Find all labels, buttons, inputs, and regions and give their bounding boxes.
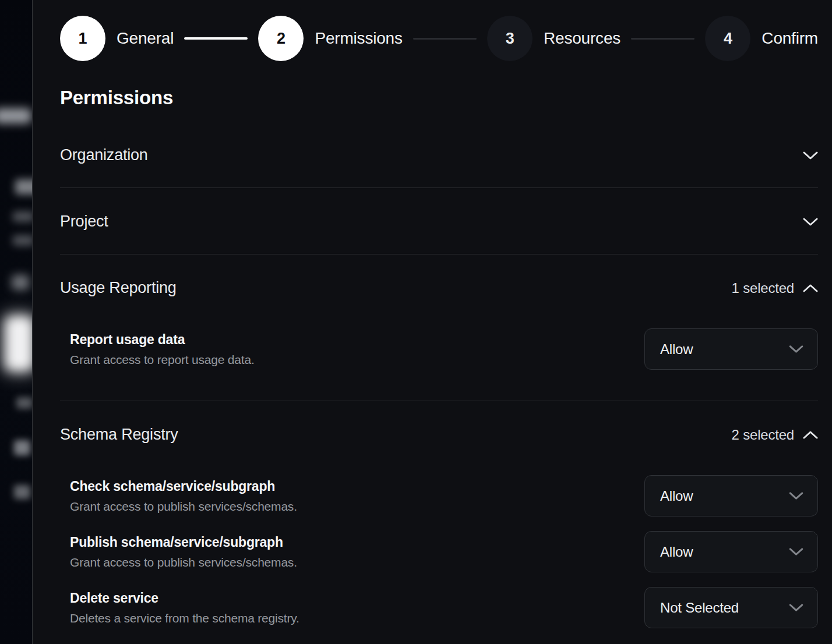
permission-row: Check schema/service/subgraph Grant acce… (60, 475, 818, 516)
step-number: 4 (724, 30, 732, 48)
step-label: Permissions (315, 29, 402, 48)
section-meta: 2 selected (732, 427, 818, 443)
permission-text: Publish schema/service/subgraph Grant ac… (70, 535, 297, 569)
permission-select[interactable]: Allow (644, 531, 818, 572)
permission-title: Report usage data (70, 332, 255, 348)
permission-text: Delete service Deletes a service from th… (70, 590, 299, 625)
permission-description: Grant access to publish services/schemas… (70, 500, 297, 514)
section-meta (803, 151, 818, 160)
section-header[interactable]: Organization (60, 122, 818, 187)
section-rows: Report usage data Grant access to report… (60, 297, 818, 401)
wizard-stepper: 1 General 2 Permissions 3 Resources 4 Co… (60, 16, 818, 61)
chevron-down-icon (789, 548, 803, 555)
permission-row: Report usage data Grant access to report… (60, 328, 818, 370)
select-value: Allow (660, 488, 693, 504)
permission-text: Report usage data Grant access to report… (70, 332, 255, 367)
step-number-badge: 4 (705, 16, 750, 61)
step-number: 2 (277, 30, 285, 48)
blurred-blob (16, 397, 32, 409)
section-meta: 1 selected (732, 280, 818, 296)
blurred-blob (14, 440, 30, 455)
section-rows: Check schema/service/subgraph Grant acce… (60, 444, 818, 644)
chevron-down-icon (789, 492, 803, 500)
permission-select[interactable]: Allow (644, 475, 818, 516)
chevron-up-icon[interactable] (803, 284, 818, 292)
step-number: 3 (506, 30, 514, 48)
section-header[interactable]: Usage Reporting 1 selected (60, 254, 818, 297)
step-label: Confirm (762, 29, 818, 48)
chevron-down-icon[interactable] (803, 218, 818, 226)
permission-title: Publish schema/service/subgraph (70, 535, 297, 550)
blurred-blob (15, 179, 32, 194)
step-number: 1 (79, 30, 87, 48)
select-value: Not Selected (660, 600, 739, 616)
section-title: Usage Reporting (60, 279, 177, 297)
blurred-blob (13, 235, 32, 246)
permission-section: Project (60, 188, 818, 254)
wizard-panel: 1 General 2 Permissions 3 Resources 4 Co… (32, 0, 832, 644)
chevron-down-icon[interactable] (803, 151, 818, 160)
select-value: Allow (660, 544, 693, 560)
blurred-blob (13, 211, 32, 222)
section-title: Project (60, 213, 108, 231)
stepper-step[interactable]: 2 Permissions (258, 16, 402, 61)
chevron-down-icon (789, 345, 803, 353)
step-connector (631, 38, 694, 40)
blurred-blob (5, 316, 32, 371)
stepper-step[interactable]: 1 General (60, 16, 174, 61)
permission-select[interactable]: Not Selected (644, 587, 818, 628)
step-connector (184, 37, 248, 40)
permission-description: Grant access to report usage data. (70, 353, 255, 367)
stepper-step[interactable]: 4 Confirm (705, 16, 818, 61)
permission-section: Schema Registry 2 selected Check schema/… (60, 401, 818, 644)
step-label: General (117, 29, 174, 48)
permission-description: Deletes a service from the schema regist… (70, 611, 299, 625)
permission-description: Grant access to publish services/schemas… (70, 555, 297, 569)
permission-section: Organization (60, 122, 818, 188)
step-connector (413, 38, 477, 40)
section-title: Schema Registry (60, 426, 178, 444)
blurred-blob (0, 108, 31, 123)
chevron-down-icon (789, 604, 803, 611)
step-number-badge: 1 (60, 16, 105, 61)
select-value: Allow (660, 341, 693, 358)
section-title: Organization (60, 146, 148, 164)
permission-section: Usage Reporting 1 selected Report usage … (60, 254, 818, 401)
background-page-strip (0, 0, 32, 644)
page-title: Permissions (60, 87, 818, 109)
section-header[interactable]: Schema Registry 2 selected (60, 401, 818, 444)
blurred-blob (14, 485, 30, 499)
chevron-up-icon[interactable] (803, 431, 818, 439)
permission-title: Delete service (70, 590, 299, 606)
permission-row: Delete service Deletes a service from th… (60, 587, 818, 628)
blurred-blob (12, 275, 29, 290)
step-number-badge: 2 (258, 16, 304, 61)
selected-count: 2 selected (732, 427, 794, 443)
permission-text: Check schema/service/subgraph Grant acce… (70, 479, 297, 514)
step-label: Resources (544, 29, 621, 48)
selected-count: 1 selected (732, 280, 794, 296)
permission-row: Publish schema/service/subgraph Grant ac… (60, 531, 818, 572)
permission-select[interactable]: Allow (644, 328, 818, 370)
stepper-step[interactable]: 3 Resources (487, 16, 621, 61)
permission-title: Check schema/service/subgraph (70, 479, 297, 494)
step-number-badge: 3 (487, 16, 533, 61)
section-meta (803, 218, 818, 226)
section-header[interactable]: Project (60, 188, 818, 254)
permission-sections: Organization Project Usage Reporting (60, 122, 818, 644)
